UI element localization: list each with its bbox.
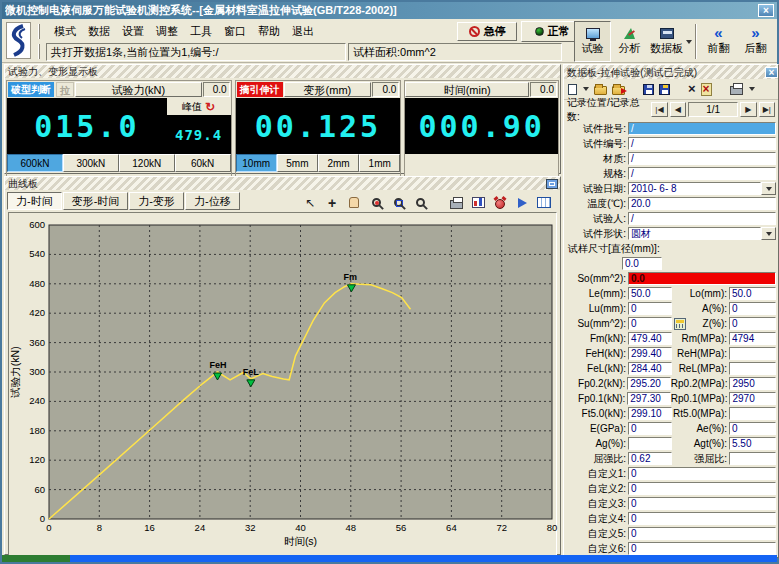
field-input[interactable]: 0 bbox=[628, 497, 776, 510]
cursor-icon[interactable]: ↖ bbox=[302, 195, 318, 210]
field-input[interactable] bbox=[729, 452, 776, 465]
field-input[interactable]: 299.40 bbox=[628, 347, 672, 360]
field-input[interactable]: / bbox=[628, 152, 776, 165]
field-input[interactable]: 4794 bbox=[729, 332, 776, 345]
field-input[interactable]: 0 bbox=[628, 302, 672, 315]
calculator-icon[interactable] bbox=[674, 318, 686, 330]
field-input[interactable]: 0 bbox=[628, 542, 776, 555]
pull-badge[interactable]: 拉 bbox=[56, 82, 74, 97]
tab-力-变形[interactable]: 力-变形 bbox=[129, 192, 184, 210]
diameter-input[interactable]: 0.0 bbox=[622, 257, 662, 270]
deform-range-1mm[interactable]: 1mm bbox=[359, 154, 400, 172]
zoom-icon[interactable] bbox=[412, 195, 428, 210]
zoom-window-icon[interactable] bbox=[390, 195, 406, 210]
clear-icon[interactable]: × bbox=[701, 83, 712, 96]
record-next-button[interactable]: ▶ bbox=[740, 102, 756, 117]
field-input[interactable]: 50.0 bbox=[729, 287, 776, 300]
dropdown-arrow-icon[interactable] bbox=[749, 87, 755, 91]
menu-item-1[interactable]: 模式 bbox=[54, 24, 76, 39]
tab-变形-时间[interactable]: 变形-时间 bbox=[63, 192, 129, 210]
curve-style-icon[interactable] bbox=[470, 195, 486, 210]
force-range-600kN[interactable]: 600kN bbox=[7, 154, 63, 172]
tab-力-时间[interactable]: 力-时间 bbox=[7, 192, 62, 210]
data-grid-icon[interactable] bbox=[536, 195, 552, 210]
nav-button-前翻[interactable]: «前翻 bbox=[700, 21, 737, 62]
field-input[interactable]: 295.20 bbox=[627, 377, 671, 390]
export-icon[interactable] bbox=[612, 86, 625, 95]
dropdown-arrow-icon[interactable] bbox=[686, 40, 692, 44]
menu-item-7[interactable]: 帮助 bbox=[258, 24, 280, 39]
force-range-60kN[interactable]: 60kN bbox=[175, 154, 231, 172]
menu-item-4[interactable]: 调整 bbox=[156, 24, 178, 39]
force-range-120kN[interactable]: 120kN bbox=[119, 154, 175, 172]
field-input[interactable]: 0 bbox=[628, 317, 672, 330]
new-icon[interactable] bbox=[568, 84, 577, 95]
dropdown-arrow-icon[interactable] bbox=[583, 87, 589, 91]
field-input[interactable]: 2010- 6- 8 bbox=[628, 182, 761, 195]
save-icon[interactable] bbox=[643, 84, 654, 95]
field-input[interactable]: 2970 bbox=[729, 392, 776, 405]
delete-icon[interactable]: × bbox=[688, 83, 696, 95]
field-input[interactable]: 299.10 bbox=[628, 407, 672, 420]
dropdown-arrow-icon[interactable] bbox=[761, 227, 776, 240]
field-input[interactable]: 5.50 bbox=[729, 437, 776, 450]
field-input[interactable]: / bbox=[628, 137, 776, 150]
nav-button-后翻[interactable]: »后翻 bbox=[737, 21, 774, 62]
record-last-button[interactable]: ▶| bbox=[759, 102, 775, 117]
field-input[interactable] bbox=[729, 407, 776, 420]
field-input[interactable] bbox=[628, 437, 672, 450]
menu-item-8[interactable]: 退出 bbox=[292, 24, 314, 39]
break-detect-badge[interactable]: 破型判断 bbox=[8, 82, 54, 97]
nav-button-数据板[interactable]: 数据板 bbox=[648, 21, 685, 62]
record-prev-button[interactable]: ◀ bbox=[670, 102, 686, 117]
field-input[interactable]: 20.0 bbox=[628, 197, 776, 210]
field-input[interactable]: 50.0 bbox=[628, 287, 672, 300]
print-icon[interactable] bbox=[730, 86, 743, 95]
hand-icon[interactable] bbox=[346, 195, 362, 210]
deform-range-5mm[interactable]: 5mm bbox=[277, 154, 318, 172]
nav-button-试验[interactable]: 试验 bbox=[574, 21, 611, 62]
field-input[interactable]: / bbox=[628, 212, 776, 225]
field-input[interactable]: 0 bbox=[729, 302, 776, 315]
extensometer-badge[interactable]: 摘引伸计 bbox=[237, 82, 283, 97]
dropdown-arrow-icon[interactable] bbox=[761, 182, 776, 195]
field-input[interactable]: / bbox=[628, 167, 776, 180]
zoom-in-icon[interactable] bbox=[368, 195, 384, 210]
data-panel-close-icon[interactable]: × bbox=[765, 67, 778, 78]
close-icon[interactable]: × bbox=[758, 4, 774, 17]
field-input[interactable]: 0 bbox=[729, 317, 776, 330]
marker-icon[interactable] bbox=[514, 195, 530, 210]
menu-item-3[interactable]: 设置 bbox=[122, 24, 144, 39]
field-input[interactable] bbox=[729, 362, 776, 375]
field-input[interactable] bbox=[729, 347, 776, 360]
menu-item-6[interactable]: 窗口 bbox=[224, 24, 246, 39]
field-input[interactable]: 0 bbox=[628, 482, 776, 495]
field-input[interactable]: 0 bbox=[628, 512, 776, 525]
field-input[interactable]: 圆材 bbox=[628, 227, 761, 240]
force-range-300kN[interactable]: 300kN bbox=[63, 154, 119, 172]
field-input[interactable]: 0.62 bbox=[628, 452, 672, 465]
field-input[interactable]: 297.30 bbox=[627, 392, 671, 405]
field-input[interactable]: 0 bbox=[729, 422, 776, 435]
field-input[interactable]: 284.40 bbox=[628, 362, 672, 375]
deform-range-2mm[interactable]: 2mm bbox=[318, 154, 359, 172]
nav-button-分析[interactable]: 分析 bbox=[611, 21, 648, 62]
pan-icon[interactable]: + bbox=[324, 195, 340, 210]
tab-力-位移[interactable]: 力-位移 bbox=[185, 192, 240, 210]
save-as-icon[interactable] bbox=[659, 84, 670, 95]
alarm-icon[interactable] bbox=[492, 195, 508, 210]
print-icon[interactable] bbox=[448, 195, 464, 210]
open-icon[interactable] bbox=[594, 86, 607, 95]
field-input[interactable]: 2950 bbox=[729, 377, 776, 390]
field-input[interactable]: 0 bbox=[628, 467, 776, 480]
field-input[interactable]: 479.40 bbox=[628, 332, 672, 345]
emergency-stop-button[interactable]: 急停 bbox=[457, 22, 517, 41]
field-input[interactable]: / bbox=[628, 122, 776, 135]
restore-panel-icon[interactable] bbox=[546, 179, 558, 189]
field-input[interactable]: 0 bbox=[628, 527, 776, 540]
peak-reset-icon[interactable]: ↻ bbox=[205, 102, 215, 112]
record-first-button[interactable]: |◀ bbox=[651, 102, 667, 117]
field-input[interactable]: 0 bbox=[628, 422, 672, 435]
menu-item-5[interactable]: 工具 bbox=[190, 24, 212, 39]
menu-item-2[interactable]: 数据 bbox=[88, 24, 110, 39]
